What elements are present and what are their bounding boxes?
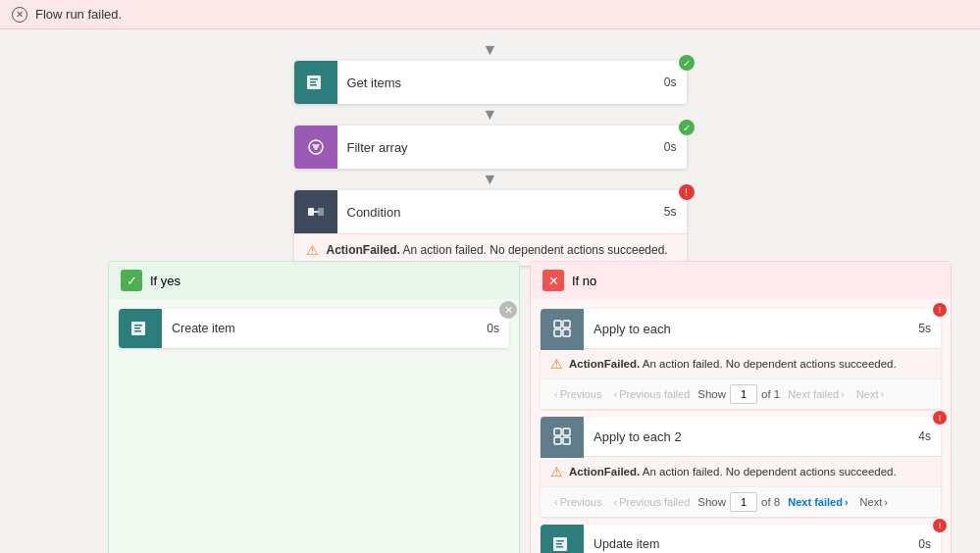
apply-each-2-status: ! <box>933 411 947 425</box>
svg-rect-20 <box>556 540 564 542</box>
apply1-error-text: ActionFailed. An action failed. No depen… <box>569 358 897 370</box>
svg-rect-11 <box>554 321 561 327</box>
svg-rect-2 <box>310 81 316 83</box>
apply-each-1-header: Apply to each 5s <box>541 309 941 348</box>
branch-no-label: If no <box>572 274 596 288</box>
update-item-label: Update item <box>584 525 908 553</box>
get-items-icon <box>294 61 337 104</box>
connector-2: ▼ <box>483 169 498 190</box>
update-item-status: ! <box>933 519 947 532</box>
pag1-show-input[interactable] <box>730 384 757 404</box>
branch-yes-header: ✓ If yes <box>109 262 519 299</box>
condition-status: ! <box>679 184 695 200</box>
pag1-prev-btn[interactable]: ‹ Previous <box>550 386 605 402</box>
pag2-prev-btn[interactable]: ‹ Previous <box>550 494 605 510</box>
create-item-wrapper: Create item 0s ✕ <box>119 309 509 348</box>
pag2-next-btn[interactable]: Next › <box>856 494 892 510</box>
svg-rect-22 <box>556 546 563 548</box>
get-items-card[interactable]: Get items 0s <box>294 61 687 104</box>
svg-rect-13 <box>554 329 561 336</box>
svg-rect-14 <box>563 329 570 336</box>
condition-icon <box>294 190 337 233</box>
condition-header: Condition 5s <box>294 190 687 233</box>
flow-center: ▼ Get items 0s ✓ ▼ <box>0 39 980 266</box>
branch-no-icon: ✕ <box>542 270 564 291</box>
apply1-warn-icon: ⚠ <box>550 356 563 372</box>
pag1-prev-failed-btn[interactable]: ‹ Previous failed <box>609 386 694 402</box>
apply-each-1-card[interactable]: Apply to each 5s ⚠ ActionFailed. An acti… <box>541 309 941 409</box>
error-banner: ✕ Flow run failed. <box>0 0 980 29</box>
svg-rect-3 <box>310 84 317 86</box>
svg-rect-21 <box>556 543 562 545</box>
svg-rect-16 <box>563 428 570 435</box>
pag1-show-label: Show <box>697 388 726 400</box>
svg-rect-17 <box>554 437 561 444</box>
update-item-wrapper: Update item 0s ! <box>541 525 941 553</box>
error-text: Flow run failed. <box>35 7 122 22</box>
apply-each-2-pagination: ‹ Previous ‹ Previous failed Show of 8 N… <box>541 486 941 517</box>
apply-each-2-icon <box>541 417 584 458</box>
condition-error-text: ActionFailed. An action failed. No depen… <box>327 243 668 257</box>
svg-rect-18 <box>563 437 570 444</box>
create-item-label: Create item <box>162 309 477 348</box>
flow-canvas: ▼ Get items 0s ✓ ▼ <box>0 29 980 553</box>
apply-each-2-label: Apply to each 2 <box>584 417 908 456</box>
branch-yes: ✓ If yes Create item <box>108 261 520 553</box>
pag2-prev-failed-btn[interactable]: ‹ Previous failed <box>609 494 694 510</box>
apply-each-2-header: Apply to each 2 4s <box>541 417 941 456</box>
svg-rect-5 <box>308 208 314 216</box>
condition-warn-icon: ⚠ <box>306 242 319 258</box>
branches-container: ✓ If yes Create item <box>108 261 961 553</box>
filter-array-card[interactable]: Filter array 0s <box>294 126 687 169</box>
create-item-close[interactable]: ✕ <box>499 301 517 319</box>
apply-each-2-error: ⚠ ActionFailed. An action failed. No dep… <box>541 456 941 486</box>
pag1-of-text: of 1 <box>761 388 780 400</box>
apply-each-1-status: ! <box>933 303 947 317</box>
svg-rect-12 <box>563 321 570 327</box>
create-item-card[interactable]: Create item 0s <box>119 309 509 348</box>
pag2-next-failed-btn[interactable]: Next failed › <box>784 494 851 510</box>
branch-yes-content: Create item 0s ✕ <box>109 299 519 358</box>
connector-top: ▼ <box>483 39 498 61</box>
connector-1: ▼ <box>483 104 498 126</box>
branch-yes-icon: ✓ <box>121 270 142 291</box>
apply-each-1-pagination: ‹ Previous ‹ Previous failed Show of 1 N… <box>541 378 941 409</box>
apply-each-1-icon <box>541 309 584 350</box>
apply-each-1-error: ⚠ ActionFailed. An action failed. No dep… <box>541 348 941 378</box>
condition-label: Condition <box>337 190 654 233</box>
branch-no-header: ✕ If no <box>531 262 951 299</box>
error-icon: ✕ <box>12 7 27 23</box>
branch-no-content: Apply to each 5s ⚠ ActionFailed. An acti… <box>531 299 951 553</box>
filter-label: Filter array <box>337 126 654 169</box>
pag1-next-btn[interactable]: Next › <box>852 386 888 402</box>
pag2-show-input[interactable] <box>730 492 757 512</box>
apply-each-1-label: Apply to each <box>584 309 908 348</box>
pag1-next-failed-btn[interactable]: Next failed › <box>784 386 849 402</box>
step-filter-array: Filter array 0s ✓ <box>294 126 687 169</box>
create-item-icon <box>119 309 162 348</box>
condition-card[interactable]: Condition 5s ⚠ ActionFailed. An action f… <box>294 190 687 266</box>
get-items-label: Get items <box>337 61 654 104</box>
action-failed-label: ActionFailed. <box>327 243 400 257</box>
update-item-rel: Update item 0s ! <box>541 525 941 553</box>
apply-each-1-wrapper: Apply to each 5s ⚠ ActionFailed. An acti… <box>541 309 941 409</box>
svg-rect-6 <box>318 208 324 216</box>
filter-icon <box>294 126 337 169</box>
svg-rect-1 <box>310 78 318 80</box>
filter-status: ✓ <box>679 120 695 135</box>
apply-each-2-wrapper: Apply to each 2 4s ⚠ ActionFailed. An ac… <box>541 417 941 517</box>
step-get-items: Get items 0s ✓ <box>294 61 687 104</box>
svg-rect-8 <box>134 325 142 327</box>
branch-no: ✕ If no <box>530 261 952 553</box>
update-item-card[interactable]: Update item 0s <box>541 525 941 553</box>
svg-rect-9 <box>134 327 140 329</box>
apply-each-2-card[interactable]: Apply to each 2 4s ⚠ ActionFailed. An ac… <box>541 417 941 517</box>
branch-yes-label: If yes <box>150 274 181 288</box>
condition-error-detail: An action failed. No dependent actions s… <box>403 243 668 257</box>
apply2-warn-icon: ⚠ <box>550 464 563 479</box>
update-item-icon <box>541 525 584 553</box>
pag2-of-text: of 8 <box>761 496 780 508</box>
step-condition: Condition 5s ⚠ ActionFailed. An action f… <box>294 190 687 266</box>
svg-rect-10 <box>134 330 141 332</box>
apply2-error-text: ActionFailed. An action failed. No depen… <box>569 466 897 478</box>
